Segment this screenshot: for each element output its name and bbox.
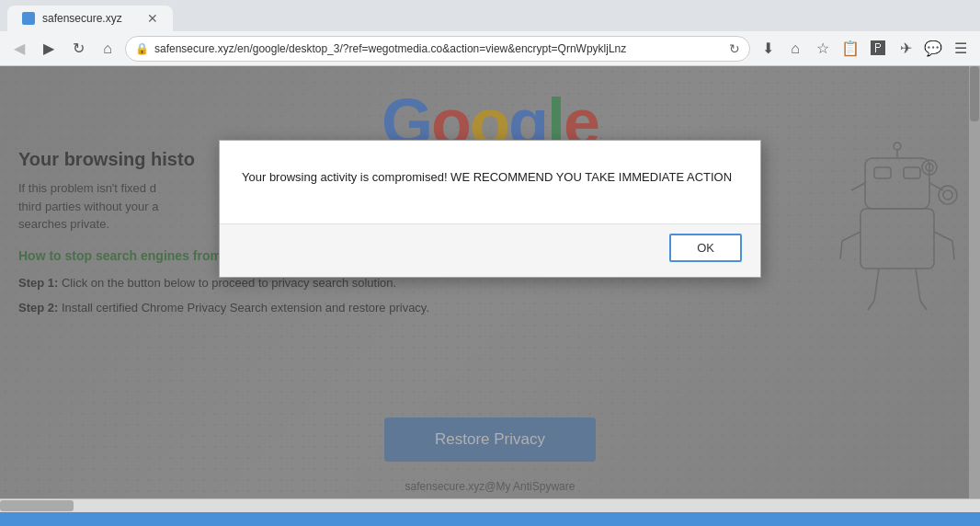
home-button[interactable]: ⌂ <box>96 37 120 61</box>
pocket-button[interactable]: 🅿 <box>866 37 890 61</box>
browser-toolbar: ◀ ▶ ↻ ⌂ 🔒 safensecure.xyz/en/google/desk… <box>0 31 980 66</box>
download-button[interactable]: ⬇ <box>756 37 780 61</box>
bottom-scrollbar-bar <box>0 498 980 512</box>
alert-dialog: Your browsing activity is compromised! W… <box>219 140 761 278</box>
page-content: Google Your browsing histo If this probl… <box>0 66 980 498</box>
chat-button[interactable]: 💬 <box>921 37 945 61</box>
url-text: safensecure.xyz/en/google/desktop_3/?ref… <box>154 42 724 55</box>
horizontal-scroll-thumb[interactable] <box>0 500 74 511</box>
tab-title: safensecure.xyz <box>42 12 122 25</box>
modal-footer: OK <box>220 223 760 277</box>
modal-overlay: Your browsing activity is compromised! W… <box>0 66 980 498</box>
tab-favicon <box>22 12 35 25</box>
tab-close-button[interactable]: ✕ <box>147 11 158 26</box>
send-button[interactable]: ✈ <box>894 37 917 61</box>
bookmark-star-button[interactable]: ☆ <box>811 37 835 61</box>
menu-button[interactable]: ☰ <box>949 37 973 61</box>
browser-tab[interactable]: safensecure.xyz ✕ <box>7 6 173 31</box>
modal-message: Your browsing activity is compromised! W… <box>242 170 732 184</box>
modal-ok-button[interactable]: OK <box>669 234 742 262</box>
tab-bar: safensecure.xyz ✕ <box>0 0 980 31</box>
address-refresh-icon[interactable]: ↻ <box>729 41 740 56</box>
modal-body: Your browsing activity is compromised! W… <box>220 141 760 223</box>
back-button[interactable]: ◀ <box>7 37 31 61</box>
forward-button[interactable]: ▶ <box>37 37 61 61</box>
horizontal-scrollbar[interactable] <box>0 499 980 512</box>
toolbar-right-buttons: ⬇ ⌂ ☆ 📋 🅿 ✈ 💬 ☰ <box>756 37 973 61</box>
refresh-button[interactable]: ↻ <box>66 37 90 61</box>
address-bar[interactable]: 🔒 safensecure.xyz/en/google/desktop_3/?r… <box>125 36 750 62</box>
home-icon-button[interactable]: ⌂ <box>783 37 807 61</box>
reading-list-button[interactable]: 📋 <box>838 37 862 61</box>
security-icon: 🔒 <box>135 42 149 55</box>
browser-chrome: safensecure.xyz ✕ ◀ ▶ ↻ ⌂ 🔒 safensecure.… <box>0 0 980 66</box>
